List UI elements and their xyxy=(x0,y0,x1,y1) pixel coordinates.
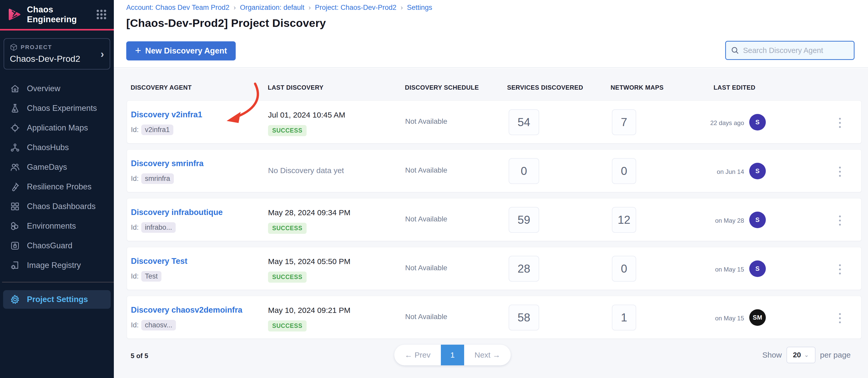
home-icon xyxy=(10,83,20,94)
breadcrumb-settings-link[interactable]: Settings xyxy=(407,4,432,12)
breadcrumb-organization-link[interactable]: Organization: default xyxy=(240,4,304,12)
search-box xyxy=(725,41,855,60)
discovery-agents-table: DISCOVERY AGENT LAST DISCOVERY DISCOVERY… xyxy=(114,68,868,378)
test-tube-icon xyxy=(10,182,20,192)
discovery-schedule: Not Available xyxy=(405,264,447,272)
network-maps-count: 7 xyxy=(612,109,636,135)
sidebar-item-label: Application Maps xyxy=(27,123,88,133)
lock-icon xyxy=(10,241,20,251)
breadcrumb-project-link[interactable]: Project: Chaos-Dev-Prod2 xyxy=(315,4,396,12)
column-header-last-edited: LAST EDITED xyxy=(714,84,755,91)
pagination: ← Prev 1 Next → xyxy=(394,345,511,365)
column-header-network-maps: NETWORK MAPS xyxy=(611,84,663,91)
sidebar-item-chaosguard[interactable]: ChaosGuard xyxy=(0,236,114,255)
chevron-down-icon: ⌄ xyxy=(804,352,809,358)
project-selector[interactable]: PROJECT Chaos-Dev-Prod2 › xyxy=(4,38,110,69)
discovery-schedule: Not Available xyxy=(405,215,447,223)
discovery-schedule: Not Available xyxy=(405,166,447,174)
sidebar-item-environments[interactable]: Environments xyxy=(0,216,114,236)
sidebar-header: Chaos Engineering xyxy=(0,0,114,29)
discovery-schedule: Not Available xyxy=(405,117,447,126)
breadcrumb: Account: Chaos Dev Team Prod2 › Organiza… xyxy=(126,4,868,12)
discovery-agent-link[interactable]: Discovery smrinfra xyxy=(131,159,204,168)
row-menu-button[interactable] xyxy=(835,164,845,179)
avatar: S xyxy=(749,212,766,228)
column-header-discovery-agent: DISCOVERY AGENT xyxy=(131,84,192,91)
status-badge: SUCCESS xyxy=(268,320,307,332)
sidebar-item-overview[interactable]: Overview xyxy=(0,79,114,98)
page-title: [Chaos-Dev-Prod2] Project Discovery xyxy=(126,17,868,30)
discovery-agent-link[interactable]: Discovery infraboutique xyxy=(131,208,223,217)
new-discovery-agent-button[interactable]: + New Discovery Agent xyxy=(126,41,236,61)
image-registry-icon xyxy=(10,260,20,271)
id-value: chaosv... xyxy=(141,320,176,331)
status-badge: SUCCESS xyxy=(268,272,307,283)
search-icon xyxy=(731,46,739,55)
last-discovery-date: May 28, 2024 09:34 PM xyxy=(268,208,350,217)
network-maps-count: 1 xyxy=(612,305,636,331)
app-title: Chaos Engineering xyxy=(27,5,91,24)
discovery-agent-link[interactable]: Discovery v2infra1 xyxy=(131,110,202,119)
last-edited-text: on May 28 xyxy=(645,217,744,224)
sidebar-item-label: GameDays xyxy=(27,163,67,172)
project-name: Chaos-Dev-Prod2 xyxy=(10,54,104,64)
sidebar-item-gamedays[interactable]: GameDays xyxy=(0,157,114,177)
id-label: Id: xyxy=(131,321,139,329)
prev-page-button[interactable]: ← Prev xyxy=(394,351,441,359)
table-row: Discovery infraboutique Id:infrabo... Ma… xyxy=(127,198,862,241)
sidebar-item-chaos-experiments[interactable]: Chaos Experiments xyxy=(0,98,114,118)
id-label: Id: xyxy=(131,272,139,280)
status-badge: SUCCESS xyxy=(268,125,307,136)
agent-id: Id:v2infra1 xyxy=(131,125,173,135)
row-menu-button[interactable] xyxy=(835,213,845,228)
last-discovery-date: Jul 01, 2024 10:45 AM xyxy=(268,111,345,119)
last-discovery-date: May 15, 2024 05:50 PM xyxy=(268,257,350,266)
gear-icon xyxy=(10,294,20,305)
sidebar-item-chaos-dashboards[interactable]: Chaos Dashboards xyxy=(0,197,114,216)
main-content: Account: Chaos Dev Team Prod2 › Organiza… xyxy=(114,0,868,378)
app-switcher-grid-icon[interactable] xyxy=(96,9,107,20)
network-maps-count: 12 xyxy=(612,207,636,233)
table-header-row: DISCOVERY AGENT LAST DISCOVERY DISCOVERY… xyxy=(127,68,868,101)
sidebar-item-label: ChaosGuard xyxy=(27,241,72,250)
discovery-agent-link[interactable]: Discovery Test xyxy=(131,256,187,266)
page-size-select[interactable]: 20 ⌄ xyxy=(786,347,815,363)
show-label: Show xyxy=(763,351,782,359)
page-1-button[interactable]: 1 xyxy=(441,345,464,365)
discovery-schedule: Not Available xyxy=(405,313,447,321)
last-discovery-date: May 10, 2024 09:21 PM xyxy=(268,306,350,315)
table-footer: 5 of 5 ← Prev 1 Next → Show 20 ⌄ per pag… xyxy=(127,345,862,376)
sidebar-item-label: Chaos Experiments xyxy=(27,104,97,113)
last-edited-text: on Jun 14 xyxy=(645,168,744,175)
row-menu-button[interactable] xyxy=(835,115,845,131)
sidebar-item-image-registry[interactable]: Image Registry xyxy=(0,255,114,275)
crosshair-icon xyxy=(10,123,20,133)
id-label: Id: xyxy=(131,126,139,134)
sidebar-item-chaoshubs[interactable]: ChaosHubs xyxy=(0,138,114,157)
harness-chaos-logo-icon xyxy=(7,7,22,22)
discovery-agent-link[interactable]: Discovery chaosv2demoinfra xyxy=(131,305,242,315)
hub-network-icon xyxy=(10,142,20,153)
search-input[interactable] xyxy=(743,46,849,55)
services-discovered-count: 59 xyxy=(509,207,539,233)
toolbar: + New Discovery Agent xyxy=(114,34,868,68)
breadcrumb-account-link[interactable]: Account: Chaos Dev Team Prod2 xyxy=(126,4,229,12)
row-menu-button[interactable] xyxy=(835,310,845,326)
column-header-services-discovered: SERVICES DISCOVERED xyxy=(507,84,583,91)
sidebar-item-application-maps[interactable]: Application Maps xyxy=(0,118,114,138)
sidebar-item-label: ChaosHubs xyxy=(27,143,69,152)
avatar: S xyxy=(749,114,766,131)
breadcrumb-separator: › xyxy=(234,4,236,12)
next-page-button[interactable]: Next → xyxy=(464,351,511,359)
table-row: Discovery smrinfra Id:smrinfra No Discov… xyxy=(127,149,862,192)
sidebar-item-label: Chaos Dashboards xyxy=(27,202,95,211)
table-row: Discovery Test Id:Test May 15, 2024 05:5… xyxy=(127,247,862,290)
column-header-last-discovery: LAST DISCOVERY xyxy=(268,84,323,91)
accent-divider xyxy=(0,29,114,31)
sidebar-item-resilience-probes[interactable]: Resilience Probes xyxy=(0,177,114,197)
sidebar-item-project-settings[interactable]: Project Settings xyxy=(3,290,111,309)
row-menu-button[interactable] xyxy=(835,262,845,277)
agent-id: Id:Test xyxy=(131,271,161,282)
id-label: Id: xyxy=(131,224,139,232)
last-edited-text: 22 days ago xyxy=(645,119,744,127)
